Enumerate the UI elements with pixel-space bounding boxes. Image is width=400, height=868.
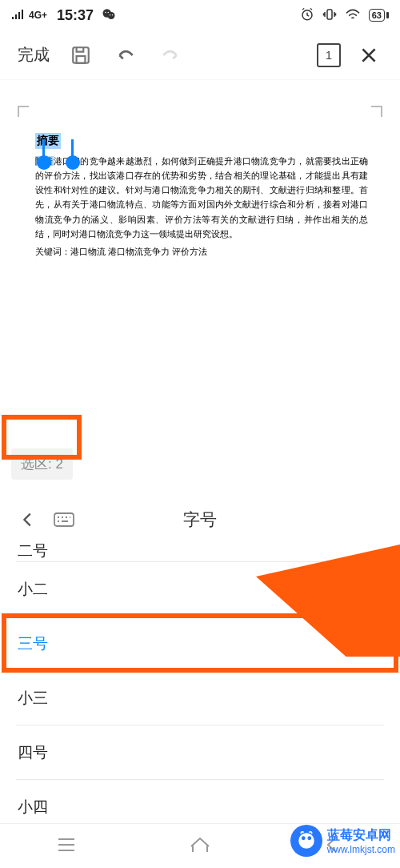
home-icon[interactable] xyxy=(188,834,212,858)
selection-handle-stem xyxy=(71,139,74,157)
svg-rect-10 xyxy=(77,56,86,63)
font-size-label: 三号 xyxy=(18,633,48,654)
signal-icon xyxy=(11,9,24,22)
svg-point-5 xyxy=(112,14,113,15)
annotation-highlight-back xyxy=(2,415,82,460)
doc-body-text[interactable]: 随着港口间的竞争越来越激烈，如何做到正确提升港口物流竞争力，就需要找出正确的评价… xyxy=(35,154,368,241)
wechat-icon xyxy=(102,7,116,24)
doc-keywords[interactable]: 关键词：港口物流 港口物流竞争力 评价方法 xyxy=(35,246,368,258)
keyboard-icon[interactable] xyxy=(53,510,75,529)
watermark-url: www.lmkjst.com xyxy=(327,844,395,855)
svg-rect-8 xyxy=(386,12,389,18)
editor-toolbar: 完成 1 xyxy=(0,30,400,80)
font-size-option[interactable]: 小三 xyxy=(0,671,400,725)
font-size-panel-header: 字号 xyxy=(0,496,400,544)
status-bar: 4G+ 15:37 63 xyxy=(0,0,400,30)
svg-point-13 xyxy=(298,833,314,849)
selection-handle-start[interactable] xyxy=(37,155,51,170)
font-size-label: 小三 xyxy=(18,688,48,709)
vibrate-icon xyxy=(322,7,337,24)
time: 15:37 xyxy=(57,7,94,24)
document-canvas[interactable]: 摘要 随着港口间的竞争越来越激烈，如何做到正确提升港口物流竞争力，就需要找出正确… xyxy=(0,80,400,312)
signal-type: 4G+ xyxy=(29,10,47,21)
font-size-option[interactable]: 二号 xyxy=(0,544,400,561)
alarm-icon xyxy=(300,7,314,24)
doc-body-remainder[interactable]: 港口间的竞争越来越激烈，如何做到正确提升港口物流竞争力，就需要找出正确的评价方法… xyxy=(35,156,368,239)
back-icon[interactable] xyxy=(14,506,42,533)
font-size-option-selected[interactable]: 三号 xyxy=(0,617,400,670)
svg-point-1 xyxy=(108,12,115,19)
watermark-logo-icon xyxy=(290,825,322,857)
font-size-option[interactable]: 四号 xyxy=(0,725,400,779)
selection-handle-end[interactable] xyxy=(66,155,80,170)
save-icon[interactable] xyxy=(64,38,98,72)
watermark-name: 蓝莓安卓网 xyxy=(327,827,395,844)
font-size-label: 四号 xyxy=(18,742,48,763)
selection-handle-stem xyxy=(42,139,45,157)
done-button[interactable]: 完成 xyxy=(14,41,53,69)
svg-point-3 xyxy=(108,11,110,13)
font-size-list: 二号 小二 三号 小三 四号 小四 五号 xyxy=(0,544,400,868)
font-size-label: 小二 xyxy=(18,579,48,600)
check-icon xyxy=(362,633,382,653)
svg-point-14 xyxy=(301,836,305,840)
battery-icon: 63 xyxy=(369,9,389,22)
svg-point-15 xyxy=(307,836,311,840)
font-size-option[interactable]: 小二 xyxy=(0,562,400,616)
watermark: 蓝莓安卓网 www.lmkjst.com xyxy=(290,825,395,857)
menu-icon[interactable] xyxy=(54,834,78,858)
undo-icon[interactable] xyxy=(109,38,142,72)
page-indicator[interactable]: 1 xyxy=(317,43,341,67)
crop-mark-icon xyxy=(371,106,382,117)
svg-point-2 xyxy=(105,11,106,13)
doc-title-selected[interactable]: 摘要 xyxy=(35,133,61,149)
close-icon[interactable] xyxy=(352,38,386,72)
svg-rect-7 xyxy=(327,10,332,19)
crop-mark-icon xyxy=(18,106,29,117)
document-page[interactable]: 摘要 随着港口间的竞争越来越激烈，如何做到正确提升港口物流竞争力，就需要找出正确… xyxy=(16,104,384,312)
redo-icon[interactable] xyxy=(154,38,187,72)
svg-point-4 xyxy=(110,14,110,15)
font-size-label: 小四 xyxy=(18,797,48,818)
wifi-icon xyxy=(345,8,361,23)
svg-rect-11 xyxy=(54,513,74,526)
